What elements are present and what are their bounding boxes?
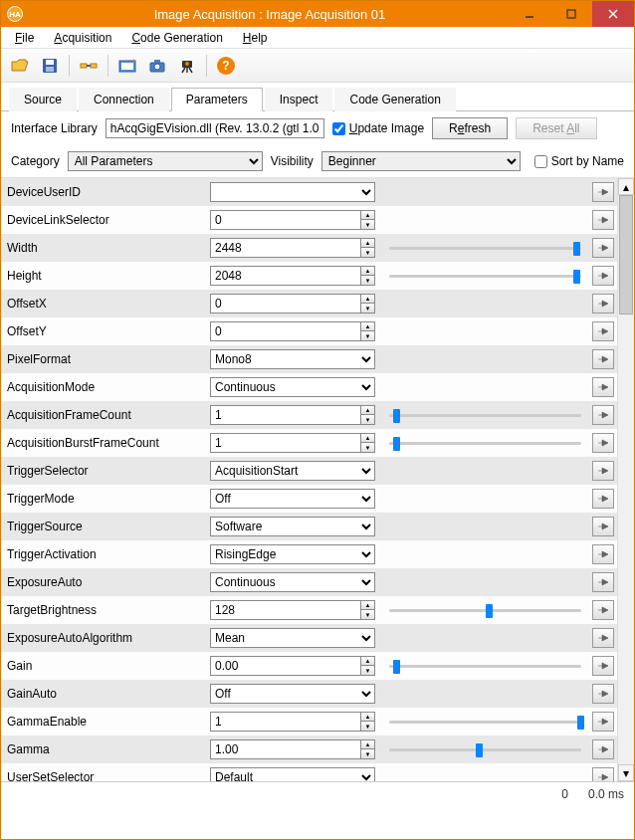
param-slider[interactable]	[389, 414, 581, 417]
slider-thumb[interactable]	[573, 270, 580, 284]
param-action-icon[interactable]	[592, 461, 614, 481]
param-spinbox[interactable]: ▲▼	[210, 294, 375, 314]
tab-codegen[interactable]: Code Generation	[334, 88, 455, 111]
spin-up-icon[interactable]: ▲	[361, 434, 374, 443]
param-action-icon[interactable]	[592, 572, 614, 592]
param-action-icon[interactable]	[592, 684, 614, 704]
snap-icon[interactable]	[114, 53, 140, 79]
spin-down-icon[interactable]: ▼	[361, 443, 374, 452]
spin-down-icon[interactable]: ▼	[361, 304, 374, 313]
spin-up-icon[interactable]: ▲	[361, 601, 374, 610]
scroll-track[interactable]	[618, 195, 634, 764]
spin-down-icon[interactable]: ▼	[361, 722, 374, 731]
spin-down-icon[interactable]: ▼	[361, 276, 374, 285]
slider-thumb[interactable]	[393, 409, 400, 423]
param-action-icon[interactable]	[592, 182, 614, 202]
spin-up-icon[interactable]: ▲	[361, 713, 374, 722]
param-spinbox[interactable]: ▲▼	[210, 433, 375, 453]
param-select[interactable]: Software	[210, 517, 375, 536]
param-action-icon[interactable]	[592, 628, 614, 648]
refresh-button[interactable]: Refresh	[432, 117, 508, 139]
slider-thumb[interactable]	[577, 716, 584, 730]
param-slider[interactable]	[389, 609, 581, 612]
param-select[interactable]: Continuous	[210, 572, 375, 592]
tab-connection[interactable]: Connection	[79, 88, 169, 111]
param-spinbox[interactable]: ▲▼	[210, 266, 375, 286]
spin-down-icon[interactable]: ▼	[361, 248, 374, 257]
spin-down-icon[interactable]: ▼	[361, 220, 374, 229]
param-action-icon[interactable]	[592, 767, 614, 781]
spin-up-icon[interactable]: ▲	[361, 322, 374, 331]
param-spin-input[interactable]	[211, 659, 360, 673]
param-spinbox[interactable]: ▲▼	[210, 321, 375, 341]
spin-up-icon[interactable]: ▲	[361, 239, 374, 248]
param-action-icon[interactable]	[592, 712, 614, 732]
spin-down-icon[interactable]: ▼	[361, 666, 374, 675]
param-action-icon[interactable]	[592, 266, 614, 286]
connect-icon[interactable]	[76, 53, 102, 79]
param-select[interactable]: Off	[210, 489, 375, 509]
param-action-icon[interactable]	[592, 517, 614, 536]
param-spin-input[interactable]	[211, 297, 360, 311]
param-slider[interactable]	[389, 442, 581, 445]
param-spin-input[interactable]	[211, 269, 360, 283]
menu-codegen[interactable]: Code Generation	[121, 29, 232, 47]
visibility-select[interactable]: Beginner	[321, 151, 521, 171]
minimize-button[interactable]	[509, 1, 550, 27]
param-spin-input[interactable]	[211, 715, 360, 729]
param-spinbox[interactable]: ▲▼	[210, 600, 375, 620]
tab-parameters[interactable]: Parameters	[171, 88, 263, 111]
slider-thumb[interactable]	[573, 242, 580, 256]
slider-thumb[interactable]	[393, 660, 400, 674]
param-spinbox[interactable]: ▲▼	[210, 238, 375, 258]
param-select[interactable]: AcquisitionStart	[210, 461, 375, 481]
slider-thumb[interactable]	[393, 437, 400, 451]
param-spinbox[interactable]: ▲▼	[210, 712, 375, 732]
maximize-button[interactable]	[550, 1, 592, 27]
live-icon[interactable]	[174, 53, 200, 79]
spin-down-icon[interactable]: ▼	[361, 749, 374, 758]
param-select[interactable]: Off	[210, 684, 375, 704]
scrollbar[interactable]: ▴ ▾	[617, 178, 634, 781]
param-spin-input[interactable]	[211, 742, 360, 756]
scroll-down-icon[interactable]: ▾	[618, 764, 634, 781]
param-spin-input[interactable]	[211, 436, 360, 450]
help-icon[interactable]: ?	[213, 53, 239, 79]
param-spin-input[interactable]	[211, 324, 360, 338]
menu-help[interactable]: Help	[233, 29, 278, 47]
param-spin-input[interactable]	[211, 408, 360, 422]
spin-up-icon[interactable]: ▲	[361, 657, 374, 666]
param-action-icon[interactable]	[592, 321, 614, 341]
param-slider[interactable]	[389, 275, 581, 278]
param-action-icon[interactable]	[592, 405, 614, 425]
spin-down-icon[interactable]: ▼	[361, 415, 374, 424]
param-action-icon[interactable]	[592, 238, 614, 258]
param-action-icon[interactable]	[592, 489, 614, 509]
menu-file[interactable]: File	[5, 29, 44, 47]
camera-icon[interactable]	[144, 53, 170, 79]
slider-thumb[interactable]	[486, 604, 493, 618]
param-action-icon[interactable]	[592, 377, 614, 397]
param-slider[interactable]	[389, 247, 581, 250]
spin-up-icon[interactable]: ▲	[361, 211, 374, 220]
param-action-icon[interactable]	[592, 600, 614, 620]
category-select[interactable]: All Parameters	[68, 151, 263, 171]
param-spinbox[interactable]: ▲▼	[210, 210, 375, 230]
spin-up-icon[interactable]: ▲	[361, 406, 374, 415]
tab-inspect[interactable]: Inspect	[265, 88, 333, 111]
spin-up-icon[interactable]: ▲	[361, 295, 374, 304]
param-slider[interactable]	[389, 721, 581, 724]
param-action-icon[interactable]	[592, 544, 614, 564]
param-action-icon[interactable]	[592, 349, 614, 369]
param-spinbox[interactable]: ▲▼	[210, 739, 375, 759]
spin-up-icon[interactable]: ▲	[361, 267, 374, 276]
scroll-thumb[interactable]	[619, 195, 633, 315]
param-slider[interactable]	[389, 665, 581, 668]
save-icon[interactable]	[37, 53, 63, 79]
param-action-icon[interactable]	[592, 294, 614, 314]
param-action-icon[interactable]	[592, 739, 614, 759]
menu-acquisition[interactable]: Acquisition	[44, 29, 121, 47]
spin-up-icon[interactable]: ▲	[361, 740, 374, 749]
interface-library-field[interactable]	[106, 118, 324, 138]
sort-check[interactable]	[534, 155, 547, 168]
